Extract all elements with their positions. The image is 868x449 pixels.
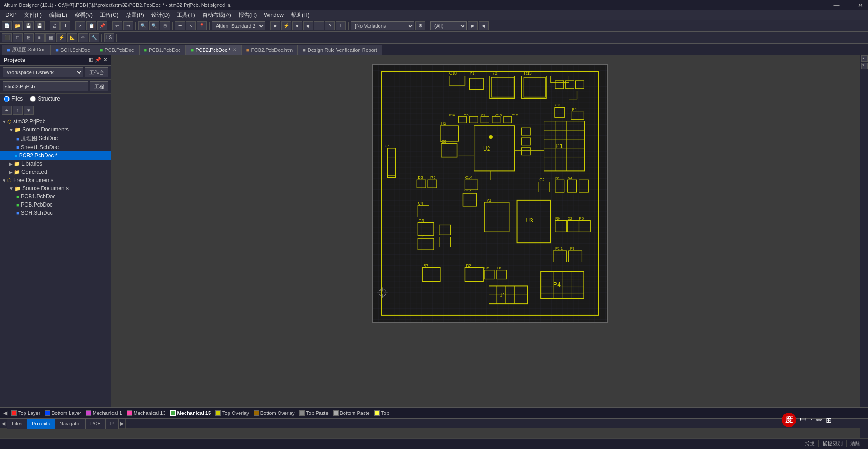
tree-toggle-src2[interactable]: ▼	[9, 186, 14, 191]
ptb-add[interactable]: +	[2, 106, 12, 115]
variation-dropdown[interactable]: [No Variations	[351, 21, 414, 30]
tb-r1[interactable]: ▶	[468, 21, 478, 30]
panel-close-btn[interactable]: ✕	[103, 57, 107, 63]
tb-b7[interactable]: T	[336, 21, 346, 30]
tree-toggle-src1[interactable]: ▼	[9, 127, 14, 132]
workspace-btn[interactable]: 工作台	[85, 67, 108, 77]
tb-b6[interactable]: A	[325, 21, 335, 30]
tb2-b9[interactable]: 🔧	[89, 33, 99, 42]
layer-bottom-paste[interactable]: Bottom Paste	[331, 410, 372, 416]
ime-icon2[interactable]: ⊞	[826, 416, 832, 424]
radio-structure[interactable]: Structure	[30, 96, 60, 102]
menu-file[interactable]: 文件(F)	[20, 10, 45, 20]
tree-toggle-lib[interactable]: ▶	[9, 161, 13, 166]
tree-pcbdoc[interactable]: ■ PCB.PcbDoc	[0, 201, 111, 209]
tb-fit[interactable]: ⊞	[160, 21, 170, 30]
menu-autoroute[interactable]: 自动布线(A)	[199, 10, 235, 20]
bottom-tab-navigator[interactable]: Navigator	[55, 419, 86, 429]
bottom-tab-pcb[interactable]: PCB	[86, 419, 106, 429]
tab-sch[interactable]: ■ SCH.SchDoc	[50, 45, 95, 55]
baidu-ime-logo[interactable]: 度	[782, 413, 796, 427]
tab-pcb[interactable]: ■ PCB.PcbDoc	[95, 45, 139, 55]
tb-save-all[interactable]: 💾	[35, 21, 45, 30]
panel-float-btn[interactable]: ◧	[89, 57, 93, 63]
tb-paste[interactable]: 📌	[97, 21, 107, 30]
tb-copy[interactable]: 📋	[86, 21, 96, 30]
maximize-button[interactable]: □	[844, 2, 853, 9]
menu-window[interactable]: Window	[260, 11, 287, 19]
tb-undo[interactable]: ↩	[112, 21, 122, 30]
tab-schdoc[interactable]: ■ 原理图.SchDoc	[2, 45, 50, 55]
tab-close-icon[interactable]: ✕	[233, 47, 236, 52]
tree-free-docs[interactable]: ▼ ⬡ Free Documents	[0, 176, 111, 184]
tb-b2[interactable]: ⚡	[281, 21, 291, 30]
layer-top-paste[interactable]: Top Paste	[298, 410, 330, 416]
tb-zoom-in[interactable]: 🔍	[138, 21, 148, 30]
project-name-input[interactable]	[3, 81, 88, 91]
bottom-tab-projects[interactable]: Projects	[27, 419, 55, 429]
tb-zoom-out[interactable]: 🔍	[149, 21, 159, 30]
bottom-tab-files[interactable]: Files	[7, 419, 27, 429]
rs-btn-1[interactable]: ▲	[861, 55, 868, 62]
bottom-nav-right[interactable]: ▶	[119, 419, 126, 429]
canvas-area[interactable]: C18 Y1 Y2 R13 R10 C5 C1 C10 C15 C8 R2 C6	[111, 55, 868, 418]
tb-b1[interactable]: ▶	[270, 21, 280, 30]
layer-scroll-left[interactable]: ◀	[2, 410, 9, 416]
tb2-snap[interactable]: LS	[104, 33, 114, 42]
ptb-remove[interactable]: ↑	[13, 106, 23, 115]
tb-pin[interactable]: 📍	[197, 21, 207, 30]
tree-yuanlitu[interactable]: ■ 原理图.SchDoc	[0, 134, 111, 143]
tab-pcb1[interactable]: ■ PCB1.PcbDoc	[139, 45, 186, 55]
bs-capture-level[interactable]: 捕捉级别	[819, 440, 847, 447]
tree-libraries[interactable]: ▶ 📁 Libraries	[0, 160, 111, 168]
tb2-b4[interactable]: ≡	[35, 33, 45, 42]
tb-save[interactable]: 💾	[24, 21, 34, 30]
menu-place[interactable]: 放置(P)	[122, 10, 148, 20]
menu-dxp[interactable]: DXP	[2, 11, 20, 19]
tb-redo[interactable]: ↪	[123, 21, 133, 30]
tb-b4[interactable]: ◆	[303, 21, 313, 30]
tree-sheet1[interactable]: ■ Sheet1.SchDoc	[0, 143, 111, 151]
menu-tools[interactable]: 工具(T)	[173, 10, 198, 20]
tree-toggle-gen[interactable]: ▶	[9, 170, 13, 175]
tab-drc[interactable]: ■ Design Rule Verification Report	[298, 45, 382, 55]
ptb-settings[interactable]: ▾	[24, 106, 34, 115]
tb-arrow[interactable]: ↖	[186, 21, 196, 30]
tree-toggle-free[interactable]: ▼	[2, 178, 6, 183]
ime-icon1[interactable]: ✏	[816, 416, 822, 424]
tb-cut[interactable]: ✂	[75, 21, 85, 30]
layer-top-overlay[interactable]: Top Overlay	[214, 410, 251, 416]
tree-source-docs-1[interactable]: ▼ 📁 Source Documents	[0, 126, 111, 134]
tree-pcb1doc[interactable]: ■ PCB1.PcbDoc	[0, 192, 111, 201]
close-button[interactable]: ✕	[856, 2, 864, 9]
tb-r2[interactable]: ◀	[479, 21, 489, 30]
radio-files[interactable]: Files	[4, 96, 23, 102]
tb-var-settings[interactable]: ⚙	[415, 21, 425, 30]
rs-btn-2[interactable]: ▼	[861, 63, 868, 69]
tree-toggle-stm32[interactable]: ▼	[2, 119, 6, 124]
tb-b5[interactable]: □	[314, 21, 324, 30]
layer-mech1[interactable]: Mechanical 1	[84, 410, 124, 416]
menu-view[interactable]: 察看(V)	[71, 10, 96, 20]
bottom-tab-p[interactable]: P	[106, 419, 119, 429]
tb2-b7[interactable]: 📐	[67, 33, 77, 42]
layer-top-short[interactable]: Top	[373, 410, 391, 416]
layer-bottom[interactable]: Bottom Layer	[43, 410, 83, 416]
tb2-b8[interactable]: ✏	[78, 33, 88, 42]
menu-help[interactable]: 帮助(H)	[287, 10, 313, 20]
pcb-canvas[interactable]: C18 Y1 Y2 R13 R10 C5 C1 C10 C15 C8 R2 C6	[372, 64, 608, 323]
layer-mech15[interactable]: Mechanical 15	[169, 410, 213, 416]
layer-top[interactable]: Top Layer	[10, 410, 42, 416]
tree-source-docs-2[interactable]: ▼ 📁 Source Documents	[0, 184, 111, 192]
tb-import[interactable]: ⬆	[60, 21, 70, 30]
tb2-b3[interactable]: ⊞	[24, 33, 34, 42]
tab-pcb2htm[interactable]: ■ PCB2.PcbDoc.htm	[241, 45, 298, 55]
tb-cross[interactable]: ✛	[175, 21, 185, 30]
tree-generated[interactable]: ▶ 📁 Generated	[0, 168, 111, 176]
tb-b3[interactable]: ●	[292, 21, 302, 30]
tb2-b2[interactable]: □	[13, 33, 23, 42]
bottom-nav-left[interactable]: ◀	[0, 419, 7, 429]
panel-pin-btn[interactable]: 📌	[95, 57, 101, 63]
tb-new[interactable]: 📄	[2, 21, 12, 30]
menu-design[interactable]: 设计(D)	[148, 10, 174, 20]
